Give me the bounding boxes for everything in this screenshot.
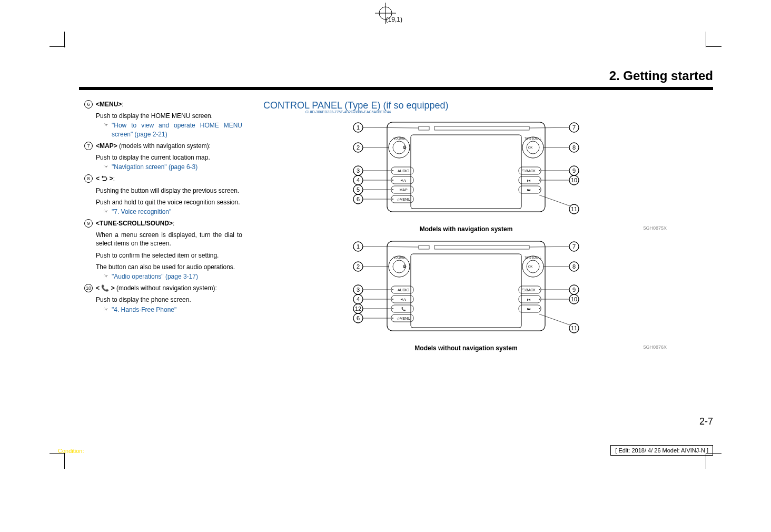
list-item: 8< ⮌ >:Pushing the button will display t… [84, 174, 242, 216]
item-body: <MENU>:Push to display the HOME MENU scr… [96, 100, 242, 139]
svg-point-92 [392, 318, 393, 319]
crop-mark [706, 32, 721, 47]
svg-text:12: 12 [355, 306, 361, 312]
svg-text:TUNE·SCROLL: TUNE·SCROLL [525, 257, 541, 259]
list-item: 7<MAP> (models with navigation system):P… [84, 142, 242, 172]
svg-text:4: 4 [357, 177, 360, 183]
edit-note: [ Edit: 2018/ 4/ 26 Model: AIVINJ-N ] [610, 445, 713, 456]
item-title: < ⮌ > [96, 175, 113, 182]
svg-text:OK: OK [528, 146, 533, 149]
svg-text:3: 3 [357, 287, 360, 293]
svg-text:⏭: ⏭ [527, 298, 531, 301]
svg-point-95 [539, 289, 540, 290]
svg-point-83 [392, 289, 393, 290]
paragraph: Push to display the HOME MENU screen. [96, 112, 242, 120]
svg-text:5: 5 [357, 186, 360, 193]
svg-text:VOLUME: VOLUME [393, 256, 405, 259]
svg-text:☆MENU: ☆MENU [397, 317, 411, 320]
svg-text:6: 6 [357, 196, 360, 202]
svg-point-20 [392, 180, 393, 181]
svg-point-26 [392, 199, 393, 200]
svg-text:TUNE·SCROLL: TUNE·SCROLL [525, 137, 541, 140]
svg-point-11 [522, 137, 543, 158]
svg-text:⏻: ⏻ [403, 264, 407, 268]
item-body: <TUNE·SCROLL/SOUND>:When a menu screen i… [96, 219, 242, 281]
paragraph: Push to display the current location map… [96, 153, 242, 162]
cross-ref-link[interactable]: "How to view and operate HOME MENU scree… [112, 121, 242, 138]
svg-text:3: 3 [357, 168, 360, 174]
svg-text:4: 4 [357, 296, 360, 302]
pointer-icon: ☞ [103, 163, 108, 171]
item-title: < 📞 > [96, 284, 115, 292]
svg-text:OK: OK [528, 265, 533, 268]
svg-point-23 [392, 189, 393, 190]
svg-text:7: 7 [572, 124, 576, 131]
svg-text:2: 2 [357, 263, 360, 270]
svg-point-7 [389, 137, 410, 158]
svg-text:9: 9 [572, 287, 576, 293]
guid: GUID-306ED222-775F-4B2D-8886-EAC5A08E874… [305, 110, 669, 114]
svg-point-77 [522, 256, 543, 277]
item-title: <TUNE·SCROLL/SOUND> [96, 220, 173, 227]
page-coord: (19,1) [386, 16, 402, 23]
svg-text:6: 6 [357, 315, 360, 321]
header-rule [79, 87, 713, 90]
crop-mark [50, 453, 65, 469]
cross-ref-link[interactable]: "7. Voice recognition" [112, 208, 171, 216]
svg-point-32 [539, 180, 540, 181]
callout-number: 6 [84, 100, 93, 109]
svg-text:VOLUME: VOLUME [393, 137, 405, 140]
cross-ref-link[interactable]: "4. Hands-Free Phone" [112, 306, 176, 314]
callout-number: 9 [84, 219, 93, 228]
svg-text:⏮: ⏮ [527, 307, 531, 311]
svg-text:MAP: MAP [399, 188, 408, 192]
list-item: 6<MENU>:Push to display the HOME MENU sc… [84, 100, 242, 139]
svg-rect-71 [434, 245, 529, 249]
crop-mark [50, 32, 65, 47]
item-title: <MAP> [96, 142, 117, 150]
svg-text:1: 1 [357, 124, 360, 131]
cross-ref-link[interactable]: "Navigation screen" (page 6-3) [112, 163, 197, 171]
svg-text:☀/♪: ☀/♪ [400, 298, 406, 301]
cross-ref: ☞"Audio operations" (page 3-17) [96, 272, 242, 281]
svg-text:9: 9 [572, 168, 576, 174]
pointer-icon: ☞ [103, 208, 108, 216]
svg-point-86 [392, 299, 393, 300]
svg-text:AUDIO: AUDIO [398, 169, 410, 173]
svg-text:7: 7 [572, 243, 576, 250]
svg-rect-5 [434, 126, 529, 130]
cross-ref: ☞"How to view and operate HOME MENU scre… [96, 121, 242, 138]
cross-ref: ☞"4. Hands-Free Phone" [96, 306, 242, 314]
svg-point-89 [392, 308, 393, 309]
svg-text:⏮: ⏮ [527, 188, 531, 192]
figure-panel-nav: VOLUME⏻TUNE·SCROLLOKAUDIO☀/♪MAP☆MENU⮌BAC… [329, 117, 603, 222]
svg-rect-4 [419, 126, 429, 130]
svg-point-29 [539, 170, 540, 171]
svg-text:⏭: ⏭ [527, 179, 531, 182]
svg-rect-70 [419, 245, 429, 249]
svg-point-17 [392, 170, 393, 171]
item-title: <MENU> [96, 101, 122, 108]
svg-text:⮌BACK: ⮌BACK [522, 169, 536, 173]
svg-text:11: 11 [571, 325, 577, 331]
svg-point-35 [539, 189, 540, 190]
svg-text:8: 8 [572, 144, 576, 151]
callout-number: 8 [84, 174, 93, 183]
item-body: < ⮌ >:Pushing the button will display th… [96, 174, 242, 216]
section-title: CONTROL PANEL (Type E) (if so equipped) [263, 100, 669, 111]
pointer-icon: ☞ [103, 121, 108, 138]
callout-number: 7 [84, 142, 93, 150]
list-item: 9<TUNE·SCROLL/SOUND>:When a menu screen … [84, 219, 242, 281]
paragraph: Push and hold to quit the voice recognit… [96, 198, 242, 206]
svg-text:📞: 📞 [401, 307, 406, 311]
svg-text:☆MENU: ☆MENU [397, 198, 411, 201]
svg-rect-72 [411, 254, 521, 328]
svg-point-73 [389, 256, 410, 277]
cross-ref-link[interactable]: "Audio operations" (page 3-17) [112, 272, 198, 281]
svg-point-101 [539, 308, 540, 309]
paragraph: Push to confirm the selected item or set… [96, 251, 242, 260]
item-body: <MAP> (models with navigation system):Pu… [96, 142, 242, 172]
pointer-icon: ☞ [103, 306, 108, 314]
pointer-icon: ☞ [103, 272, 108, 281]
left-column: 6<MENU>:Push to display the HOME MENU sc… [84, 100, 242, 317]
